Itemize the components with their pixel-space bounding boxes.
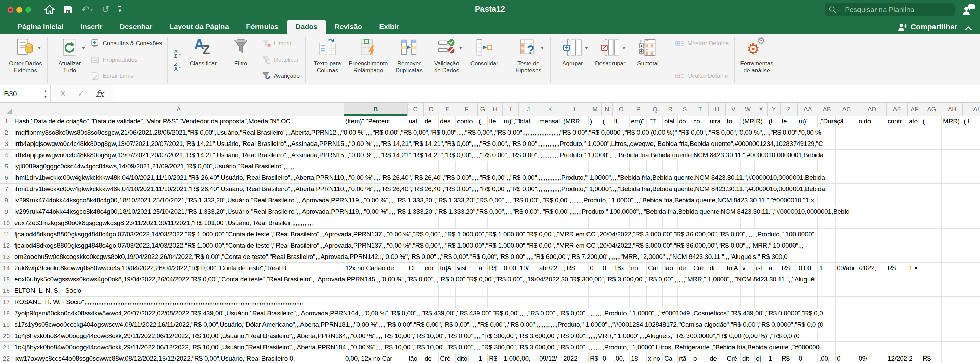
row-header-16[interactable]: 16 bbox=[0, 285, 13, 297]
cell-AG1[interactable]: ( bbox=[921, 116, 942, 127]
cell-AB11[interactable] bbox=[818, 229, 835, 240]
cell-AI11[interactable] bbox=[962, 229, 980, 240]
cell-Y10[interactable] bbox=[767, 217, 780, 229]
cell-K10[interactable] bbox=[538, 217, 562, 229]
cell-G16[interactable] bbox=[477, 285, 488, 297]
column-header-R[interactable]: R bbox=[663, 103, 678, 116]
cell-X10[interactable] bbox=[754, 217, 767, 229]
cell-U5[interactable] bbox=[708, 161, 725, 172]
cell-W1[interactable]: (MR bbox=[741, 116, 754, 127]
cell-AD8[interactable] bbox=[857, 195, 886, 206]
cell-AD13[interactable] bbox=[857, 251, 886, 263]
column-header-Z[interactable]: Z bbox=[781, 103, 798, 116]
cell-W14[interactable]: v bbox=[741, 263, 754, 274]
cell-S5[interactable] bbox=[678, 161, 692, 172]
cell-AA17[interactable] bbox=[797, 297, 818, 308]
cell-AI10[interactable] bbox=[962, 217, 980, 229]
cell-AB17[interactable] bbox=[818, 297, 835, 308]
cell-V14[interactable]: to|À bbox=[725, 263, 741, 274]
cell-T22[interactable]: o bbox=[692, 353, 708, 363]
column-header-AA[interactable]: AA bbox=[798, 103, 818, 116]
cell-N16[interactable] bbox=[601, 285, 612, 297]
cell-AF3[interactable] bbox=[907, 138, 921, 150]
cell-H10[interactable] bbox=[488, 217, 502, 229]
cell-E22[interactable]: Cré bbox=[439, 353, 456, 363]
column-header-S[interactable]: S bbox=[678, 103, 692, 116]
cell-AF15[interactable] bbox=[907, 274, 921, 285]
reaplicar-button[interactable]: Reaplicar bbox=[262, 55, 300, 65]
row-header-4[interactable]: 4 bbox=[0, 150, 13, 161]
cell-AA16[interactable] bbox=[797, 285, 818, 297]
cell-G22[interactable]: 1 bbox=[477, 353, 488, 363]
cell-AG17[interactable] bbox=[921, 297, 942, 308]
cell-AI1[interactable]: ( I bbox=[962, 116, 980, 127]
cell-AH22[interactable] bbox=[942, 353, 962, 363]
tab-página-inicial[interactable]: Página Inicial bbox=[9, 19, 72, 34]
ferramentas-de-analise-button[interactable]: ⚙⚙Ferramentasde análise bbox=[740, 37, 773, 83]
cell-W10[interactable] bbox=[741, 217, 754, 229]
cell-E10[interactable] bbox=[439, 217, 456, 229]
tab-layout-da-página[interactable]: Layout da Página bbox=[161, 19, 237, 34]
cell-AE8[interactable] bbox=[886, 195, 907, 206]
cell-B10[interactable] bbox=[344, 217, 407, 229]
tab-inserir[interactable]: Inserir bbox=[72, 19, 111, 34]
cell-B5[interactable] bbox=[344, 161, 407, 172]
cell-AG11[interactable] bbox=[921, 229, 942, 240]
cell-C10[interactable] bbox=[407, 217, 423, 229]
atualizar-tudo-button-dropdown-icon[interactable]: ▾ bbox=[82, 45, 84, 51]
column-header-M[interactable]: M bbox=[589, 103, 601, 116]
cell-D10[interactable] bbox=[423, 217, 439, 229]
cell-L5[interactable] bbox=[562, 161, 589, 172]
cell-Q14[interactable]: Car bbox=[647, 263, 663, 274]
cell-U22[interactable]: de bbox=[708, 353, 725, 363]
column-header-AE[interactable]: AE bbox=[886, 103, 908, 116]
column-header-AF[interactable]: AF bbox=[908, 103, 921, 116]
cell-P17[interactable] bbox=[630, 297, 647, 308]
cell-B14[interactable]: 12x no Cartão de bbox=[344, 263, 407, 274]
cell-AD5[interactable] bbox=[857, 161, 886, 172]
cell-S17[interactable] bbox=[678, 297, 692, 308]
cell-AE16[interactable] bbox=[886, 285, 907, 297]
cell-AG8[interactable] bbox=[921, 195, 942, 206]
cell-AG21[interactable] bbox=[921, 342, 942, 353]
cell-X5[interactable] bbox=[754, 161, 767, 172]
cell-AF20[interactable] bbox=[907, 331, 921, 342]
cell-O1[interactable]: It bbox=[612, 116, 630, 127]
cell-AG9[interactable] bbox=[921, 206, 942, 217]
cell-V5[interactable] bbox=[725, 161, 741, 172]
avancado-button[interactable]: Avançado bbox=[262, 71, 300, 81]
cell-AH4[interactable] bbox=[942, 150, 962, 161]
cell-AA10[interactable] bbox=[797, 217, 818, 229]
cell-AH9[interactable] bbox=[942, 206, 962, 217]
row-header-6[interactable]: 6 bbox=[0, 172, 13, 184]
cell-AF5[interactable] bbox=[907, 161, 921, 172]
column-header-AB[interactable]: AB bbox=[818, 103, 836, 116]
cell-AD21[interactable] bbox=[857, 342, 886, 353]
cell-AD4[interactable] bbox=[857, 150, 886, 161]
cell-G14[interactable]: a, bbox=[477, 263, 488, 274]
cell-AI6[interactable] bbox=[962, 172, 980, 184]
cell-J1[interactable]: otal bbox=[519, 116, 538, 127]
cell-AH20[interactable] bbox=[942, 331, 962, 342]
column-header-D[interactable]: D bbox=[424, 103, 439, 116]
cell-AF10[interactable] bbox=[907, 217, 921, 229]
cell-AF4[interactable] bbox=[907, 150, 921, 161]
cell-AA5[interactable] bbox=[797, 161, 818, 172]
cell-G10[interactable] bbox=[477, 217, 488, 229]
cell-S16[interactable] bbox=[678, 285, 692, 297]
cell-AE6[interactable] bbox=[886, 172, 907, 184]
tab-revisão[interactable]: Revisão bbox=[326, 19, 371, 34]
cell-AD20[interactable] bbox=[857, 331, 886, 342]
cell-X16[interactable] bbox=[754, 285, 767, 297]
cell-AB1[interactable]: ,"Dura bbox=[818, 116, 835, 127]
cell-C14[interactable]: Cr bbox=[407, 263, 423, 274]
cell-F1[interactable]: conto bbox=[456, 116, 477, 127]
cell-AC3[interactable] bbox=[835, 138, 857, 150]
cell-K16[interactable] bbox=[538, 285, 562, 297]
cell-AB10[interactable] bbox=[818, 217, 835, 229]
cell-AF19[interactable] bbox=[907, 319, 921, 331]
row-header-18[interactable]: 18 bbox=[0, 308, 13, 319]
atualizar-tudo-button[interactable]: ▾AtualizarTudo bbox=[53, 37, 86, 83]
cell-X17[interactable] bbox=[754, 297, 767, 308]
limpar-button[interactable]: Limpar bbox=[262, 38, 300, 49]
